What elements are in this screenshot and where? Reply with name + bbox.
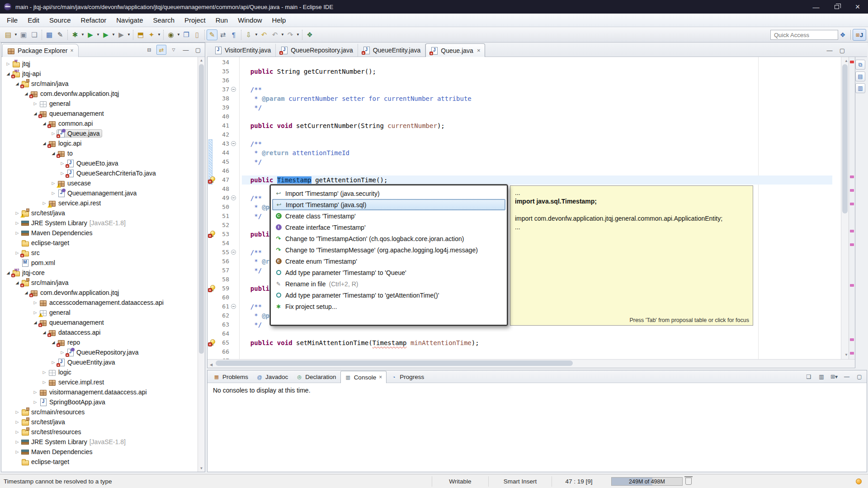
tree-item[interactable]: ▷Mjtqj [1,59,33,69]
tree-expand-arrow-icon[interactable]: ▷ [14,420,20,424]
restore-button[interactable] [826,0,847,14]
tree-expand-arrow-icon[interactable]: ▷ [41,370,47,374]
minimize-view-icon[interactable]: — [842,372,851,381]
link-with-editor-icon[interactable]: ⇄ [217,29,228,40]
tree-item[interactable]: ▷service.api.rest [1,198,103,208]
menu-item-window[interactable]: Window [233,14,267,27]
clipboard-icon[interactable]: ▯ [192,29,203,40]
run-icon[interactable]: ▶ [85,29,96,40]
view-tab-javadoc[interactable]: @Javadoc [252,371,292,383]
dropdown-caret-icon[interactable]: ▼ [111,29,116,40]
tree-collapse-arrow-icon[interactable]: ◢ [32,320,38,325]
tree-item[interactable]: ▷JSpringBootApp.java [1,397,108,407]
outline-view-icon[interactable]: ▤ [855,71,865,81]
minimize-editor-icon[interactable]: — [825,45,835,55]
tree-collapse-arrow-icon[interactable]: ◢ [5,270,11,275]
tree-item[interactable]: eclipse-target [1,457,71,467]
dropdown-caret-icon[interactable]: ▼ [127,29,131,40]
open-perspective-icon[interactable]: ❖ [837,29,849,41]
quick-fix-error-icon[interactable]: × [208,285,215,292]
tree-item[interactable]: ▷general [1,308,73,317]
new-wizard-2-icon[interactable]: ✦ [146,29,157,40]
menu-item-file[interactable]: File [2,14,23,27]
tree-item[interactable]: ▷J×QueueSearchCriteriaTo.java [1,168,158,178]
tree-item[interactable]: ▷JRE System Library [JavaSE-1.8] [1,437,128,447]
tree-collapse-arrow-icon[interactable]: ◢ [41,330,47,335]
tree-item[interactable]: ◢×dataaccess.api [1,327,103,337]
show-whitespace-icon[interactable]: ¶ [228,29,239,40]
pen-tool-icon[interactable]: ✎ [55,29,66,40]
quick-fix-item[interactable]: ✎Rename in file (Ctrl+2, R) [271,278,507,289]
tree-collapse-arrow-icon[interactable]: ◢ [14,280,20,285]
view-tab-console[interactable]: ▥Console× [340,371,387,383]
tree-expand-arrow-icon[interactable]: ▷ [32,300,38,305]
maximize-editor-icon[interactable]: ▢ [837,45,847,55]
tree-expand-arrow-icon[interactable]: ▷ [50,131,57,136]
menu-item-refactor[interactable]: Refactor [76,14,112,27]
minimize-view-icon[interactable]: — [181,45,191,55]
tree-collapse-arrow-icon[interactable]: ◢ [14,81,20,86]
tree-expand-arrow-icon[interactable]: ▷ [59,350,66,355]
tree-item[interactable]: Mpom.xml [1,258,57,268]
tree-item[interactable]: ▷src/test/java [1,417,67,427]
tree-expand-arrow-icon[interactable]: ▷ [14,410,20,414]
editor-tab-queuerepository-java[interactable]: J×QueueRepository.java [276,44,358,57]
editor-tab-queueentity-java[interactable]: J×QueueEntity.java [358,44,426,57]
view-menu-icon[interactable]: ▽ [169,45,179,55]
tree-item[interactable]: ◢×to [1,148,75,158]
tree-item[interactable]: ▷JRE System Library [JavaSE-1.8] [1,218,128,228]
tree-collapse-arrow-icon[interactable]: ◢ [41,121,47,126]
tree-item[interactable]: ▷J×QueueEntity.java [1,357,118,367]
run-external-icon[interactable]: ▶ [116,29,127,40]
new-java-ee-icon[interactable]: ❖ [304,29,315,40]
tree-item[interactable]: ◢×queuemanagement [1,109,106,118]
tree-collapse-arrow-icon[interactable]: ◢ [23,91,29,96]
tree-collapse-arrow-icon[interactable]: ◢ [50,151,57,156]
menu-item-edit[interactable]: Edit [23,14,44,27]
view-tab-declaration[interactable]: ◎Declaration [292,371,340,383]
tree-item[interactable]: ◢×src/main/java [1,278,71,288]
overview-marker[interactable] [850,175,854,178]
package-explorer-tab[interactable]: Package Explorer × [2,44,79,57]
save-all-icon[interactable]: ❏ [29,29,40,40]
tree-expand-arrow-icon[interactable]: ▷ [5,62,11,66]
tree-expand-arrow-icon[interactable]: ▷ [50,181,57,185]
tree-expand-arrow-icon[interactable]: ▷ [50,360,57,365]
view-tab-problems[interactable]: ▦Problems [209,371,252,383]
menu-item-search[interactable]: Search [148,14,179,27]
editor-horizontal-scrollbar[interactable]: ◀ [208,359,855,367]
console-view-icon[interactable]: ▦ [44,29,55,40]
back-history-icon[interactable]: ↶ [269,29,280,40]
view-close-icon[interactable]: × [71,47,74,54]
editor-tab-queue-java[interactable]: J×Queue.java× [425,43,485,57]
tree-item[interactable]: ▷×src [1,248,42,258]
new-wizard-icon[interactable]: ▤ [3,29,14,40]
tree-collapse-arrow-icon[interactable]: ◢ [32,111,38,116]
dropdown-caret-icon[interactable]: ▼ [176,29,181,40]
tree-expand-arrow-icon[interactable]: ▷ [14,440,20,444]
tree-item[interactable]: ◢MJ×jtqj-api [1,69,43,79]
overview-marker[interactable] [850,61,854,63]
java-perspective-button[interactable]: ⊞J [853,29,866,41]
tree-expand-arrow-icon[interactable]: ▷ [32,390,38,394]
next-annotation-icon[interactable]: ⇩ [243,29,254,40]
fold-collapse-icon[interactable] [231,304,236,309]
tree-item[interactable]: ◢×com.devonfw.application.jtqj [1,288,121,298]
overview-marker[interactable] [850,338,854,341]
quick-access-input[interactable]: Quick Access [770,30,838,40]
quick-fix-item[interactable]: Add type parameter 'Timestamp' to 'getAt… [271,289,507,301]
dropdown-caret-icon[interactable]: ▼ [14,29,18,40]
menu-item-project[interactable]: Project [179,14,211,27]
dropdown-caret-icon[interactable]: ▼ [80,29,85,40]
tree-expand-arrow-icon[interactable]: ▷ [32,400,38,404]
open-type-icon[interactable]: ❐ [181,29,192,40]
tree-expand-arrow-icon[interactable]: ▷ [32,101,38,106]
tab-close-icon[interactable]: × [379,374,382,380]
pin-console-icon[interactable]: ❑ [804,372,813,381]
menu-item-source[interactable]: Source [44,14,76,27]
editor-vertical-scrollbar[interactable]: ▲ ▼ [841,57,849,359]
tree-item[interactable]: ◢×common.api [1,118,95,128]
editor-tab-visitorentity-java[interactable]: JVisitorEntity.java [210,44,276,57]
quick-fix-item[interactable]: ICreate interface 'Timestamp' [271,222,507,233]
quick-fix-item[interactable]: Add type parameter 'Timestamp' to 'Queue… [271,267,507,278]
